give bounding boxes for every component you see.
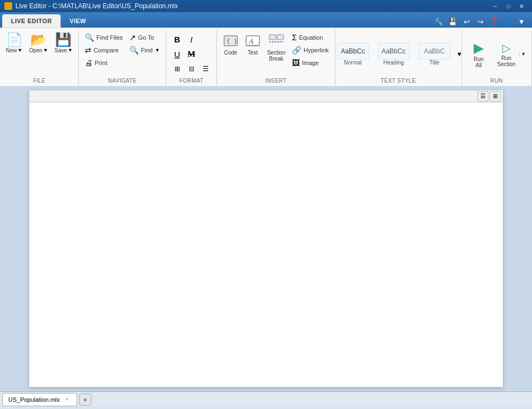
- find-label: Find: [141, 47, 153, 53]
- qa-dropdown-button[interactable]: ▼: [515, 15, 528, 28]
- qa-community-button[interactable]: 👤: [502, 15, 514, 28]
- heading-preview: AaBbCc: [378, 43, 410, 60]
- ribbon-group-navigate: 🔍 Find Files ⇄ Compare 🖨 Print ↗ Go To: [79, 30, 166, 86]
- insert-right-col: Σ Equation 🔗 Hyperlink 🖼 Image: [289, 31, 332, 69]
- hyperlink-label: Hyperlink: [303, 47, 329, 53]
- underline-button[interactable]: U: [171, 47, 184, 61]
- list-button[interactable]: ☰: [199, 62, 213, 76]
- style-items: AaBbCc Normal AaBbCc Heading AaBbC Ti: [331, 41, 466, 67]
- title-preview: AaBbC: [419, 43, 450, 60]
- tab-view[interactable]: VIEW: [61, 14, 95, 28]
- editor-page: ☰ ⊞: [29, 90, 503, 387]
- open-icon: 📂: [30, 33, 47, 46]
- section-break-icon: [268, 33, 285, 49]
- new-label: New: [6, 47, 17, 53]
- section-break-label: SectionBreak: [267, 50, 285, 62]
- compare-button[interactable]: ⇄ Compare: [82, 44, 126, 56]
- editor-content[interactable]: [29, 103, 503, 356]
- new-dropdown-arrow: ▼: [18, 47, 23, 53]
- text-style-content: AaBbCc Normal AaBbCc Heading AaBbC Ti: [339, 31, 458, 77]
- text-label: Text: [248, 50, 258, 56]
- compare-icon: ⇄: [85, 46, 91, 55]
- file-group-content: 📄 New ▼ 📂 Open ▼ 💾 Save ▼: [3, 31, 75, 77]
- save-dropdown-arrow: ▼: [68, 47, 73, 53]
- editor-area: ☰ ⊞: [0, 86, 532, 391]
- qa-undo-button[interactable]: ↩: [460, 15, 473, 28]
- new-tab-button[interactable]: +: [79, 394, 91, 406]
- format-buttons: B I U M ⊞ ⊟ ☰: [170, 31, 214, 77]
- format-row2: U M: [171, 47, 213, 61]
- bold-button[interactable]: B: [171, 33, 184, 46]
- run-group-label: RUN: [465, 77, 528, 85]
- format-row3: ⊞ ⊟ ☰: [171, 62, 213, 76]
- minimize-button[interactable]: ─: [489, 1, 501, 11]
- run-group-content: ▶ Run All ▷ Run Section ▼: [465, 31, 528, 77]
- file-tab-close[interactable]: ×: [63, 396, 71, 403]
- file-tab-us-population[interactable]: US_Population.mlx ×: [2, 393, 77, 406]
- ribbon-body: 📄 New ▼ 📂 Open ▼ 💾 Save ▼: [0, 28, 532, 86]
- normal-preview: AaBbCc: [337, 43, 369, 60]
- strikethrough-button[interactable]: M: [185, 47, 198, 61]
- code-button[interactable]: { } Code: [220, 31, 241, 57]
- code-label: Code: [224, 50, 237, 56]
- find-button[interactable]: 🔍 Find ▼: [127, 44, 162, 56]
- close-button[interactable]: ✕: [515, 1, 528, 11]
- find-files-label: Find Files: [96, 34, 123, 41]
- qa-save-button[interactable]: 💾: [447, 15, 459, 28]
- view-toggle-btn1[interactable]: ☰: [477, 92, 488, 101]
- run-section-button[interactable]: ▷ Run Section ▼: [493, 39, 528, 70]
- ribbon-group-text-style: AaBbCc Normal AaBbCc Heading AaBbC Ti: [335, 30, 462, 86]
- window-controls: ─ □ ✕: [489, 1, 528, 11]
- quick-access-toolbar: 🔧 💾 ↩ ↪ ❓ 👤 ▼: [433, 15, 532, 28]
- decrease-indent-button[interactable]: ⊟: [185, 62, 198, 76]
- image-icon: 🖼: [292, 58, 300, 67]
- bottom-tab-bar: US_Population.mlx × +: [0, 391, 532, 407]
- italic-button[interactable]: I: [185, 33, 198, 46]
- app-icon: [4, 2, 12, 10]
- maximize-button[interactable]: □: [502, 1, 514, 11]
- text-button[interactable]: A Text: [242, 31, 263, 57]
- run-section-icon: ▷: [502, 41, 511, 55]
- tab-live-editor[interactable]: LIVE EDITOR: [2, 14, 61, 28]
- save-label: Save: [55, 47, 67, 53]
- navigate-group-label: NAVIGATE: [82, 77, 162, 85]
- run-section-dropdown[interactable]: ▼: [519, 51, 528, 57]
- section-break-button[interactable]: SectionBreak: [264, 31, 288, 63]
- increase-indent-button[interactable]: ⊞: [171, 62, 184, 76]
- run-all-button[interactable]: ▶ Run All: [465, 37, 492, 71]
- go-to-icon: ↗: [129, 33, 136, 42]
- style-normal[interactable]: AaBbCc Normal: [333, 41, 373, 67]
- save-icon: 💾: [55, 33, 72, 46]
- go-to-label: Go To: [138, 34, 154, 41]
- hyperlink-icon: 🔗: [292, 46, 301, 55]
- equation-button[interactable]: Σ Equation: [289, 31, 332, 44]
- print-icon: 🖨: [85, 58, 93, 67]
- style-title[interactable]: AaBbC Title: [415, 41, 454, 67]
- go-to-button[interactable]: ↗ Go To: [127, 31, 162, 44]
- print-button[interactable]: 🖨 Print: [82, 57, 126, 69]
- open-dropdown-arrow: ▼: [43, 47, 48, 53]
- qa-redo-button[interactable]: ↪: [474, 15, 486, 28]
- qa-options-button[interactable]: 🔧: [433, 15, 445, 28]
- image-label: Image: [302, 60, 319, 66]
- qa-help-button[interactable]: ❓: [488, 15, 500, 28]
- view-toggle-btn2[interactable]: ⊞: [490, 92, 501, 101]
- file-tab-name: US_Population.mlx: [8, 396, 60, 403]
- image-button[interactable]: 🖼 Image: [289, 57, 332, 69]
- format-row1: B I: [171, 33, 213, 46]
- open-button[interactable]: 📂 Open ▼: [26, 31, 51, 55]
- find-files-button[interactable]: 🔍 Find Files: [82, 31, 126, 44]
- open-label: Open: [29, 47, 42, 53]
- save-button[interactable]: 💾 Save ▼: [52, 31, 75, 55]
- file-group-label: FILE: [3, 77, 75, 85]
- normal-text: AaBbCc: [341, 47, 365, 55]
- svg-text:{ }: { }: [226, 37, 237, 45]
- hyperlink-button[interactable]: 🔗 Hyperlink: [289, 44, 332, 56]
- title-bar: Live Editor - C:\MATLAB\Live Editor\US_P…: [0, 0, 532, 12]
- text-style-group-label: TEXT STYLE: [339, 77, 458, 85]
- new-button[interactable]: 📄 New ▼: [3, 31, 25, 55]
- style-heading[interactable]: AaBbCc Heading: [374, 41, 414, 67]
- code-icon: { }: [223, 33, 238, 49]
- ribbon-group-insert: { } Code A Text: [217, 30, 335, 86]
- navigate-buttons: 🔍 Find Files ⇄ Compare 🖨 Print: [82, 31, 126, 69]
